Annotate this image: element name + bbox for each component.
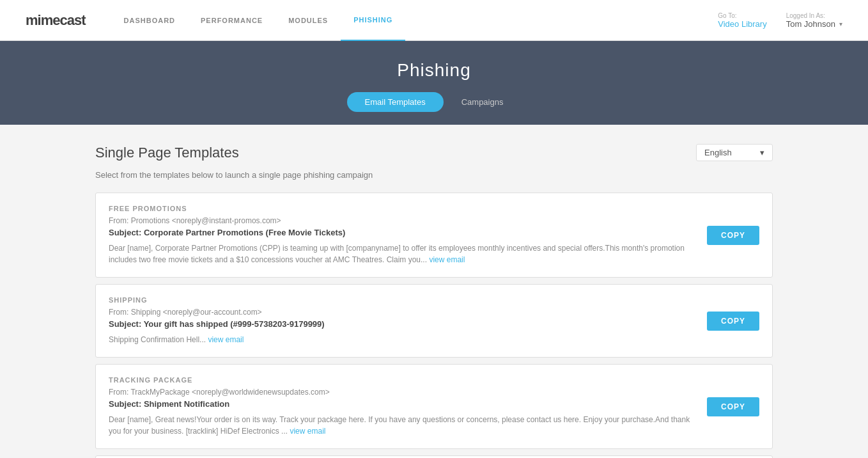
logo: mimecast — [26, 12, 86, 29]
template-info-tracking: TRACKING PACKAGE From: TrackMyPackage <n… — [109, 376, 694, 437]
user-name[interactable]: Tom Johnson ▾ — [786, 19, 842, 29]
user-dropdown-icon: ▾ — [839, 20, 842, 28]
template-subject-1: Subject: Your gift has shipped (#999-573… — [109, 319, 694, 329]
template-card-current-news: CURRENT NEWS From: BreakingNews <noreply… — [95, 455, 773, 458]
hero-title: Phishing — [0, 60, 868, 81]
view-email-link-2[interactable]: view email — [290, 427, 325, 436]
template-category-1: SHIPPING — [109, 296, 694, 304]
tab-campaigns[interactable]: Campaigns — [444, 92, 522, 112]
navbar-right: Go To: Video Library Logged In As: Tom J… — [718, 12, 842, 29]
nav-phishing[interactable]: PHISHING — [341, 0, 405, 41]
template-from-2: From: TrackMyPackage <noreply@worldwiden… — [109, 388, 694, 397]
copy-button-1[interactable]: COPY — [707, 312, 759, 331]
nav-modules[interactable]: MODULES — [275, 0, 341, 41]
template-subject-2: Subject: Shipment Notification — [109, 399, 694, 409]
main-content: Single Page Templates English ▾ Select f… — [82, 125, 786, 458]
logged-in-label: Logged In As: — [786, 12, 842, 19]
section-description: Select from the templates below to launc… — [95, 170, 773, 180]
language-label: English — [704, 148, 732, 157]
template-info-shipping: SHIPPING From: Shipping <noreply@our-acc… — [109, 296, 694, 345]
template-card-tracking: TRACKING PACKAGE From: TrackMyPackage <n… — [95, 364, 773, 449]
template-preview-1: Shipping Confirmation Hell... view email — [109, 334, 694, 345]
template-category-0: FREE PROMOTIONS — [109, 205, 694, 212]
template-from-1: From: Shipping <noreply@our-account.com> — [109, 308, 694, 317]
user-section: Logged In As: Tom Johnson ▾ — [786, 12, 842, 29]
template-card-shipping: SHIPPING From: Shipping <noreply@our-acc… — [95, 284, 773, 358]
main-nav: DASHBOARD PERFORMANCE MODULES PHISHING — [111, 0, 718, 41]
view-email-link-0[interactable]: view email — [429, 255, 465, 264]
template-subject-0: Subject: Corporate Partner Promotions (F… — [109, 228, 694, 237]
hero-banner: Phishing Email Templates Campaigns — [0, 41, 868, 125]
hero-tabs: Email Templates Campaigns — [0, 92, 868, 112]
view-email-link-1[interactable]: view email — [208, 335, 244, 344]
template-from-0: From: Promotions <noreply@instant-promos… — [109, 216, 694, 225]
tab-email-templates[interactable]: Email Templates — [347, 92, 444, 112]
section-title: Single Page Templates — [95, 145, 239, 161]
language-dropdown-icon: ▾ — [760, 148, 764, 157]
copy-button-2[interactable]: COPY — [707, 397, 759, 416]
goto-section: Go To: Video Library — [718, 12, 766, 29]
navbar: mimecast DASHBOARD PERFORMANCE MODULES P… — [0, 0, 868, 41]
template-card-free-promotions: FREE PROMOTIONS From: Promotions <norepl… — [95, 193, 773, 278]
template-category-2: TRACKING PACKAGE — [109, 376, 694, 384]
template-info-free-promotions: FREE PROMOTIONS From: Promotions <norepl… — [109, 205, 694, 265]
language-selector[interactable]: English ▾ — [696, 144, 773, 161]
nav-performance[interactable]: PERFORMANCE — [188, 0, 275, 41]
template-preview-2: Dear [name], Great news!Your order is on… — [109, 414, 694, 437]
nav-dashboard[interactable]: DASHBOARD — [111, 0, 189, 41]
goto-label: Go To: — [718, 12, 766, 19]
copy-button-0[interactable]: COPY — [707, 226, 759, 245]
template-preview-0: Dear [name], Corporate Partner Promotion… — [109, 242, 694, 265]
goto-video-library[interactable]: Video Library — [718, 19, 766, 29]
section-header: Single Page Templates English ▾ — [95, 144, 773, 161]
